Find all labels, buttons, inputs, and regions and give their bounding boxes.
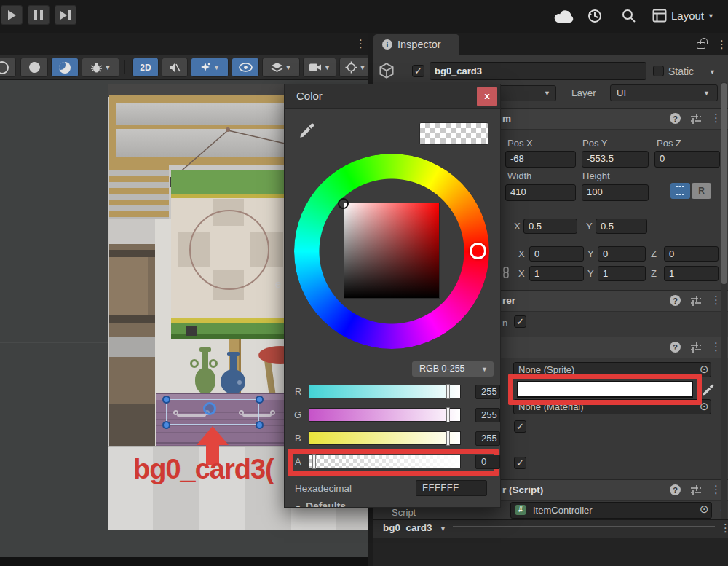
- tag-caret-icon[interactable]: ▼: [544, 90, 550, 97]
- defaults-foldout[interactable]: ▼Defaults: [295, 500, 346, 508]
- effects-toggle-button[interactable]: ▼: [191, 58, 229, 77]
- script-component-kebab-icon[interactable]: ⋮: [711, 484, 721, 495]
- lock-icon[interactable]: [697, 42, 705, 49]
- pos-z-field[interactable]: 0: [654, 151, 720, 168]
- visibility-toggle-button[interactable]: [232, 58, 259, 77]
- audio-mute-button[interactable]: [162, 58, 188, 77]
- rotation-z-field[interactable]: 0: [664, 246, 719, 262]
- pos-x-field[interactable]: -68: [505, 151, 576, 168]
- rotation-y-field[interactable]: 0: [598, 246, 646, 262]
- red-value-field[interactable]: 255: [475, 385, 500, 399]
- help-icon[interactable]: ?: [670, 342, 681, 353]
- cloud-icon[interactable]: [553, 9, 575, 24]
- canvas-renderer-kebab-icon[interactable]: ⋮: [711, 294, 721, 305]
- rotation-x-field[interactable]: 0: [529, 246, 584, 262]
- inspector-scrollbar-thumb[interactable]: [721, 83, 727, 284]
- green-value-field[interactable]: 255: [475, 408, 500, 422]
- lighting-toggle-button[interactable]: [51, 58, 79, 77]
- blue-slider[interactable]: [309, 431, 461, 445]
- debug-draw-button[interactable]: ▼: [82, 58, 119, 77]
- scale-y-field[interactable]: 1: [598, 266, 646, 281]
- saturation-value-square[interactable]: [344, 203, 439, 298]
- hue-marker[interactable]: [470, 243, 486, 259]
- eyedropper-icon[interactable]: [701, 382, 716, 397]
- preset-icon[interactable]: [690, 113, 702, 125]
- active-checkbox[interactable]: ✓: [412, 65, 424, 77]
- script-object-picker-icon[interactable]: ⊙: [700, 503, 709, 514]
- scale-link-icon[interactable]: [501, 267, 511, 278]
- canvas-renderer-header-fragment: rer: [502, 295, 515, 306]
- anchor-preset-button[interactable]: [670, 183, 690, 199]
- raycast-target-checkbox[interactable]: ✓: [514, 420, 526, 433]
- layout-caret-icon[interactable]: ▼: [708, 12, 714, 20]
- anchor-y-field[interactable]: 0.5: [596, 219, 647, 234]
- selection-handle[interactable]: [256, 396, 264, 404]
- maskable-checkbox[interactable]: ✓: [514, 457, 526, 469]
- history-icon[interactable]: [587, 8, 603, 24]
- blueprint-r-button[interactable]: R: [692, 183, 711, 199]
- saturation-value-marker[interactable]: [338, 198, 349, 209]
- help-icon[interactable]: ?: [670, 295, 681, 306]
- preset-icon[interactable]: [690, 342, 702, 353]
- layers-button[interactable]: ▼: [262, 58, 300, 77]
- selection-pivot[interactable]: [203, 402, 216, 415]
- step-button[interactable]: [55, 5, 76, 25]
- rect-transform-kebab-icon[interactable]: ⋮: [711, 112, 721, 123]
- cull-checkbox[interactable]: ✓: [514, 315, 526, 328]
- gizmos-button[interactable]: ▼: [339, 58, 371, 77]
- static-checkbox[interactable]: [653, 66, 664, 76]
- scene-tab-kebab-icon[interactable]: ⋮: [355, 38, 366, 49]
- hex-field[interactable]: FFFFFF: [416, 480, 487, 496]
- image-component-kebab-icon[interactable]: ⋮: [711, 341, 721, 352]
- preset-icon[interactable]: [690, 484, 702, 496]
- shaded-mode-button[interactable]: [20, 58, 48, 77]
- color-field[interactable]: [517, 381, 693, 398]
- pause-button[interactable]: [28, 5, 50, 25]
- red-slider-thumb[interactable]: [446, 384, 450, 399]
- search-icon[interactable]: [621, 8, 637, 24]
- alpha-slider[interactable]: [309, 455, 461, 468]
- selection-handle[interactable]: [256, 421, 264, 429]
- selection-handle[interactable]: [162, 421, 170, 429]
- pos-y-field[interactable]: -553.5: [582, 151, 649, 168]
- 2d-mode-button[interactable]: 2D: [132, 58, 159, 77]
- footer-caret-icon[interactable]: ▼: [440, 525, 446, 532]
- alpha-value-field[interactable]: 0: [475, 455, 500, 469]
- help-icon[interactable]: ?: [670, 113, 681, 124]
- layout-dropdown[interactable]: Layout: [671, 9, 704, 22]
- anchor-x-field[interactable]: 0.5: [523, 219, 577, 234]
- layer-caret-icon[interactable]: ▼: [703, 90, 710, 97]
- alpha-slider-thumb[interactable]: [312, 454, 316, 469]
- green-slider[interactable]: [309, 408, 461, 422]
- footer-object-selector[interactable]: bg0_card3: [383, 522, 432, 533]
- gizmo-icon: [345, 61, 357, 74]
- height-field[interactable]: 100: [582, 184, 649, 201]
- red-slider[interactable]: [309, 385, 461, 398]
- selection-handle[interactable]: [162, 396, 170, 404]
- eyedropper-icon[interactable]: [298, 121, 317, 140]
- width-field[interactable]: 410: [505, 184, 576, 201]
- layer-dropdown[interactable]: UI: [610, 84, 718, 101]
- object-name-field[interactable]: bg0_card3: [430, 62, 646, 80]
- color-mode-dropdown[interactable]: RGB 0-255▼: [412, 361, 494, 377]
- scene-bottom-strip: [0, 557, 373, 566]
- green-slider-thumb[interactable]: [446, 407, 450, 422]
- blue-slider-thumb[interactable]: [446, 431, 450, 446]
- camera-button[interactable]: ▼: [303, 58, 336, 77]
- scale-x-field[interactable]: 1: [529, 266, 584, 281]
- draw-mode-button[interactable]: [0, 58, 16, 77]
- sprite-object-picker-icon[interactable]: ⊙: [700, 363, 709, 374]
- inspector-kebab-icon[interactable]: ⋮: [716, 39, 727, 50]
- help-icon[interactable]: ?: [670, 484, 681, 495]
- close-button[interactable]: x: [477, 87, 497, 106]
- scale-z-field[interactable]: 1: [664, 266, 719, 281]
- footer-kebab-icon[interactable]: ⋮: [720, 522, 728, 533]
- scale-z-label: Z: [651, 268, 657, 279]
- static-caret-icon[interactable]: ▼: [709, 68, 716, 76]
- script-field[interactable]: ItemController: [510, 502, 712, 519]
- blue-value-field[interactable]: 255: [475, 431, 500, 446]
- play-button[interactable]: [1, 5, 23, 25]
- unity-editor-window: Layout ▼ ⋮ i Inspector ⋮ ▼ 2D: [0, 0, 728, 566]
- preset-icon[interactable]: [690, 295, 702, 307]
- tab-inspector[interactable]: i Inspector: [373, 34, 459, 55]
